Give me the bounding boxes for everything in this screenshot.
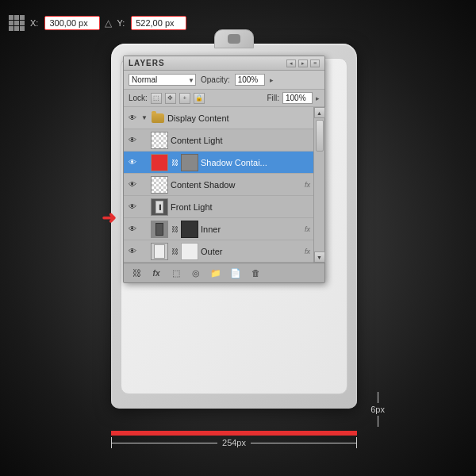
layer-name: Inner [201, 225, 302, 234]
layer-fx-badge: fx [305, 225, 310, 233]
visibility-eye[interactable]: 👁 [127, 179, 138, 190]
opacity-field[interactable]: 100% [235, 74, 265, 86]
tick-bottom [378, 416, 378, 427]
visibility-eye[interactable]: 👁 [127, 113, 138, 124]
y-label: Y: [117, 18, 125, 28]
layer-thumbnail [151, 243, 168, 260]
red-bar [111, 431, 357, 436]
layer-thumbnail: ▐ [151, 198, 168, 216]
lock-position-button[interactable]: ✥ [165, 93, 176, 104]
layer-row[interactable]: 👁 ⛓ Shadow Contai... [124, 152, 313, 174]
lock-row: Lock: ⬚ ✥ + 🔒 Fill: 100% ▸ [124, 90, 324, 107]
layer-row[interactable]: 👁 ⛓ Outer fx [124, 240, 313, 263]
layer-fx-badge: fx [305, 248, 310, 255]
fill-field[interactable]: 100% [282, 92, 313, 104]
width-label: 254px [217, 438, 251, 447]
scroll-thumb[interactable] [316, 120, 324, 152]
layer-row[interactable]: 👁 Content Shadow fx [124, 174, 313, 196]
width-measurement: 254px [111, 437, 357, 448]
layer-mask-thumbnail [181, 221, 198, 238]
x-label: X: [30, 18, 38, 28]
x-input[interactable]: 300,00 px [44, 16, 100, 30]
layer-row[interactable]: 👁 ▼ Display Content [124, 107, 313, 129]
measure-line [112, 443, 217, 443]
lock-all-button[interactable]: 🔒 [194, 93, 205, 104]
opacity-arrow[interactable]: ▸ [270, 76, 274, 84]
blend-mode-row: Normal ▼ Opacity: 100% ▸ [124, 71, 324, 90]
layer-mask-thumbnail [181, 154, 198, 171]
layer-thumbnail [151, 154, 168, 171]
menu-button[interactable]: ≡ [310, 60, 320, 67]
titlebar-controls: ◂ ▸ ≡ [286, 60, 320, 67]
scrollbar[interactable]: ▲ ▼ [313, 107, 324, 263]
blister-hanger [214, 29, 254, 48]
layer-name: Outer [201, 247, 302, 256]
layers-titlebar: LAYERS ◂ ▸ ≡ [124, 56, 324, 71]
layer-row[interactable]: 👁 ⛓ Inner fx [124, 218, 313, 240]
new-layer-button[interactable]: 📄 [228, 267, 244, 279]
layer-name: Display Content [167, 113, 310, 123]
visibility-eye[interactable]: 👁 [127, 135, 138, 146]
measure-line [251, 443, 356, 443]
layers-list-container: 👁 ▼ Display Content 👁 Content Light 👁 [124, 107, 324, 263]
tick-top [378, 392, 378, 403]
visibility-eye[interactable]: 👁 [127, 202, 138, 213]
fx-button[interactable]: fx [148, 267, 164, 279]
layer-name: Content Shadow [171, 180, 302, 190]
fill-arrow[interactable]: ▸ [316, 94, 320, 102]
mask-button[interactable]: ⬚ [168, 267, 184, 279]
visibility-eye[interactable]: 👁 [127, 224, 138, 235]
move-tool-icon [8, 14, 25, 32]
layer-thumbnail [151, 221, 168, 238]
lock-label: Lock: [129, 94, 148, 102]
visibility-eye[interactable]: 👁 [127, 157, 138, 168]
layer-name: Shadow Contai... [201, 158, 310, 167]
layers-list: 👁 ▼ Display Content 👁 Content Light 👁 [124, 107, 324, 263]
hanger-hole [228, 34, 240, 44]
scroll-down-button[interactable]: ▼ [314, 251, 325, 263]
expand-button[interactable]: ▸ [298, 60, 308, 67]
visibility-eye[interactable]: 👁 [127, 246, 138, 257]
opacity-label: Opacity: [201, 75, 230, 84]
link-layers-button[interactable]: ⛓ [129, 267, 144, 279]
blend-mode-select-wrap[interactable]: Normal ▼ [129, 74, 196, 86]
link-icon: ⛓ [171, 224, 178, 235]
tick-right [356, 437, 357, 448]
lock-pixels-button[interactable]: ⬚ [151, 93, 162, 104]
layer-thumbnail [151, 176, 168, 194]
layer-mask-thumbnail [181, 243, 198, 260]
measurement-area: 254px [111, 431, 357, 448]
layers-panel: LAYERS ◂ ▸ ≡ Normal ▼ Opacity: 100% ▸ Lo… [123, 56, 325, 283]
red-arrow-indicator: ➜ [102, 208, 116, 228]
layer-name: Front Light [171, 202, 310, 212]
folder-icon [151, 113, 165, 124]
new-group-button[interactable]: 📁 [208, 267, 224, 279]
link-icon: ⛓ [171, 246, 178, 257]
adjustment-button[interactable]: ◎ [188, 267, 204, 279]
layer-fx-badge: fx [305, 181, 310, 189]
expand-arrow[interactable]: ▼ [140, 114, 148, 122]
layer-row[interactable]: 👁 ▐ Front Light [124, 196, 313, 218]
lock-move-button[interactable]: + [179, 93, 190, 104]
layer-name: Content Light [171, 136, 310, 145]
layers-bottom-toolbar: ⛓ fx ⬚ ◎ 📁 📄 🗑 [124, 263, 324, 282]
toolbar: X: 300,00 px △ Y: 522,00 px [8, 14, 186, 32]
layers-title: LAYERS [129, 59, 165, 67]
minimize-button[interactable]: ◂ [286, 60, 296, 67]
fill-label: Fill: [267, 94, 279, 102]
height-label: 6px [370, 405, 385, 414]
y-input[interactable]: 522,00 px [131, 16, 186, 30]
delta-icon: △ [105, 17, 112, 29]
height-measurement: 6px [370, 392, 385, 427]
link-icon: ⛓ [171, 157, 178, 168]
layer-thumbnail [151, 132, 168, 149]
scroll-up-button[interactable]: ▲ [314, 107, 325, 118]
blend-mode-select[interactable]: Normal [129, 74, 196, 86]
layer-row[interactable]: 👁 Content Light [124, 129, 313, 152]
delete-button[interactable]: 🗑 [248, 267, 263, 279]
